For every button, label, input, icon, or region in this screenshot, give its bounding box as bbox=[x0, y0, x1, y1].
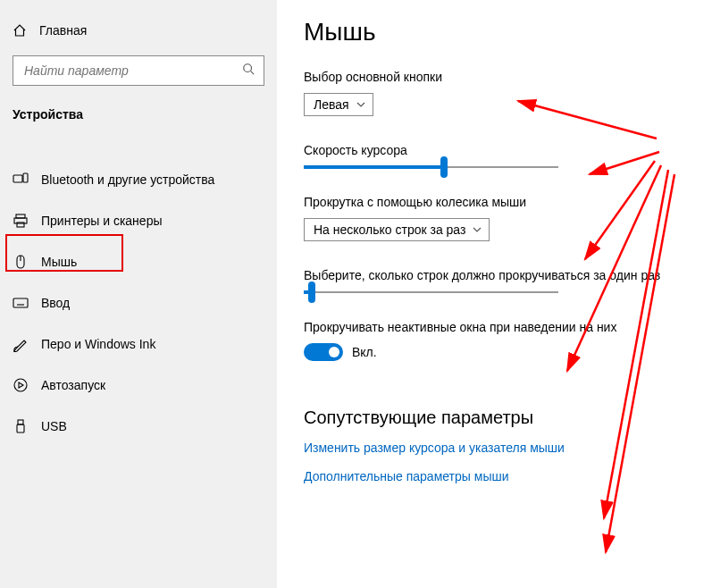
nav-label: Bluetooth и другие устройства bbox=[41, 172, 214, 187]
slider-fill bbox=[304, 165, 444, 169]
sidebar-item-typing[interactable]: Ввод bbox=[0, 284, 277, 322]
keyboard-icon bbox=[13, 295, 29, 311]
home-label: Главная bbox=[39, 23, 87, 38]
nav-label: Принтеры и сканеры bbox=[41, 214, 162, 228]
related-heading: Сопутствующие параметры bbox=[304, 407, 694, 428]
slider-thumb[interactable] bbox=[440, 156, 448, 178]
scroll-inactive-toggle[interactable] bbox=[304, 343, 343, 361]
lines-per-scroll-label: Выберите, сколько строк должно прокручив… bbox=[304, 268, 694, 282]
search-icon bbox=[242, 63, 255, 79]
primary-button-label: Выбор основной кнопки bbox=[304, 70, 694, 84]
toggle-knob bbox=[329, 347, 339, 357]
nav-label: Ввод bbox=[41, 296, 70, 310]
cursor-speed-slider[interactable] bbox=[304, 166, 558, 168]
sidebar-item-bluetooth[interactable]: Bluetooth и другие устройства bbox=[0, 161, 277, 198]
primary-button-dropdown[interactable]: Левая bbox=[304, 93, 373, 116]
svg-rect-1 bbox=[13, 175, 22, 182]
autoplay-icon bbox=[13, 377, 29, 393]
scroll-wheel-dropdown[interactable]: На несколько строк за раз bbox=[304, 218, 490, 241]
toggle-state-label: Вкл. bbox=[352, 345, 377, 359]
sidebar-item-autoplay[interactable]: Автозапуск bbox=[0, 366, 277, 404]
scroll-inactive-label: Прокручивать неактивные окна при наведен… bbox=[304, 320, 694, 334]
svg-point-14 bbox=[14, 379, 27, 391]
mouse-icon bbox=[13, 254, 29, 270]
svg-rect-2 bbox=[23, 173, 28, 182]
svg-point-0 bbox=[244, 64, 252, 72]
category-heading: Устройства bbox=[0, 102, 277, 130]
link-additional-mouse[interactable]: Дополнительные параметры мыши bbox=[304, 469, 694, 483]
sidebar-item-printers[interactable]: Принтеры и сканеры bbox=[0, 202, 277, 239]
scroll-wheel-label: Прокрутка с помощью колесика мыши bbox=[304, 195, 694, 209]
svg-rect-8 bbox=[13, 298, 28, 307]
home-icon bbox=[13, 23, 27, 38]
svg-rect-16 bbox=[17, 424, 24, 433]
home-link[interactable]: Главная bbox=[0, 18, 277, 43]
sidebar-item-pen[interactable]: Перо и Windows Ink bbox=[0, 325, 277, 363]
nav-label: USB bbox=[41, 419, 67, 433]
search-input[interactable] bbox=[22, 63, 242, 79]
svg-rect-15 bbox=[18, 420, 23, 424]
lines-per-scroll-slider[interactable] bbox=[304, 291, 558, 293]
nav-label: Автозапуск bbox=[41, 378, 105, 392]
nav-label: Перо и Windows Ink bbox=[41, 337, 155, 351]
search-box[interactable] bbox=[13, 55, 264, 86]
devices-icon bbox=[13, 172, 29, 188]
page-title: Мышь bbox=[304, 18, 694, 46]
chevron-down-icon bbox=[356, 97, 365, 112]
chevron-down-icon bbox=[473, 223, 482, 237]
svg-rect-3 bbox=[16, 214, 25, 218]
printer-icon bbox=[13, 213, 29, 229]
slider-thumb[interactable] bbox=[308, 281, 315, 303]
link-cursor-size[interactable]: Изменить размер курсора и указателя мыши bbox=[304, 441, 694, 455]
nav-label: Мышь bbox=[41, 255, 77, 269]
usb-icon bbox=[13, 418, 29, 434]
sidebar-item-usb[interactable]: USB bbox=[0, 407, 277, 445]
pen-icon bbox=[13, 336, 29, 352]
cursor-speed-label: Скорость курсора bbox=[304, 143, 694, 157]
sidebar-item-mouse[interactable]: Мышь bbox=[0, 243, 277, 281]
dropdown-value: На несколько строк за раз bbox=[314, 223, 465, 237]
dropdown-value: Левая bbox=[314, 97, 349, 112]
